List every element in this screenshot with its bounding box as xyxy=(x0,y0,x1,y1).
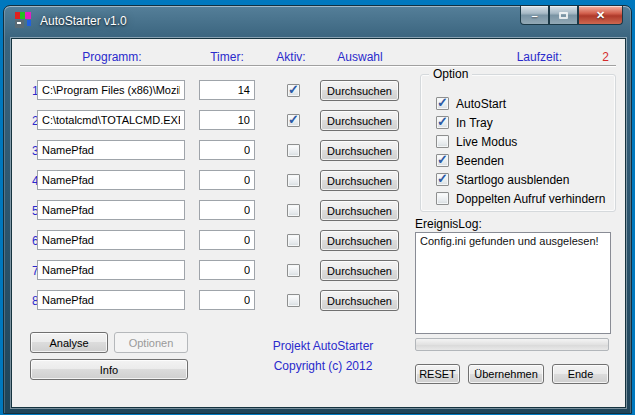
livemodus-checkbox[interactable] xyxy=(436,135,449,148)
program-path-input-8[interactable] xyxy=(37,290,185,310)
option-groupbox: Option AutoStart In Tray Live Modus Been… xyxy=(420,74,616,212)
option-label: Live Modus xyxy=(456,135,517,149)
option-label: Beenden xyxy=(456,154,504,168)
maximize-button[interactable] xyxy=(549,6,578,25)
header-laufzeit: Laufzeit: xyxy=(472,50,562,64)
active-checkbox-4[interactable] xyxy=(287,174,300,187)
close-icon: ✕ xyxy=(596,9,605,22)
app-icon xyxy=(15,12,31,28)
header-auswahl: Auswahl xyxy=(320,50,400,64)
active-checkbox-5[interactable] xyxy=(287,204,300,217)
timer-input-3[interactable] xyxy=(199,140,255,160)
option-label: In Tray xyxy=(456,116,493,130)
app-window: AutoStarter v1.0 – ✕ Programm: Timer: Ak… xyxy=(3,5,632,414)
laufzeit-value: 2 xyxy=(587,50,609,64)
program-path-input-6[interactable] xyxy=(37,230,185,250)
program-path-input-2[interactable] xyxy=(37,110,185,130)
minimize-button[interactable]: – xyxy=(520,6,549,25)
timer-input-1[interactable] xyxy=(199,80,255,100)
project-credit: Projekt AutoStarter xyxy=(243,339,403,353)
autostart-checkbox[interactable] xyxy=(436,97,449,110)
ende-button[interactable]: Ende xyxy=(552,364,609,384)
active-checkbox-1[interactable] xyxy=(287,84,300,97)
titlebar[interactable]: AutoStarter v1.0 – ✕ xyxy=(4,6,631,37)
copyright-credit: Copyright (c) 2012 xyxy=(243,359,403,373)
active-checkbox-2[interactable] xyxy=(287,114,300,127)
program-path-input-1[interactable] xyxy=(37,80,185,100)
header-timer: Timer: xyxy=(199,50,255,64)
eventlog-listbox[interactable]: Config.ini gefunden und ausgelesen! xyxy=(415,232,611,334)
client-area: Programm: Timer: Aktiv: Auswahl Laufzeit… xyxy=(11,38,626,408)
eventlog-label: EreignisLog: xyxy=(415,217,482,231)
header-aktiv: Aktiv: xyxy=(265,50,317,64)
browse-button-6[interactable]: Durchsuchen xyxy=(320,230,399,251)
browse-button-8[interactable]: Durchsuchen xyxy=(320,290,399,311)
timer-input-5[interactable] xyxy=(199,200,255,220)
timer-input-2[interactable] xyxy=(199,110,255,130)
doppelter-aufruf-checkbox[interactable] xyxy=(436,192,449,205)
header-separator xyxy=(20,65,616,67)
timer-input-7[interactable] xyxy=(199,260,255,280)
program-path-input-4[interactable] xyxy=(37,170,185,190)
timer-input-6[interactable] xyxy=(199,230,255,250)
uebernehmen-button[interactable]: Übernehmen xyxy=(468,364,544,384)
info-button[interactable]: Info xyxy=(30,359,188,380)
eventlog-entry: Config.ini gefunden und ausgelesen! xyxy=(420,235,606,247)
browse-button-2[interactable]: Durchsuchen xyxy=(320,110,399,131)
maximize-icon xyxy=(559,12,568,19)
window-controls: – ✕ xyxy=(520,6,623,26)
browse-button-3[interactable]: Durchsuchen xyxy=(320,140,399,161)
progress-bar xyxy=(415,338,609,351)
program-path-input-5[interactable] xyxy=(37,200,185,220)
browse-button-5[interactable]: Durchsuchen xyxy=(320,200,399,221)
active-checkbox-8[interactable] xyxy=(287,294,300,307)
active-checkbox-6[interactable] xyxy=(287,234,300,247)
reset-button[interactable]: RESET xyxy=(415,364,460,384)
window-title: AutoStarter v1.0 xyxy=(40,14,127,28)
timer-input-8[interactable] xyxy=(199,290,255,310)
minimize-icon: – xyxy=(531,10,537,22)
active-checkbox-3[interactable] xyxy=(287,144,300,157)
beenden-checkbox[interactable] xyxy=(436,154,449,167)
timer-input-4[interactable] xyxy=(199,170,255,190)
browse-button-4[interactable]: Durchsuchen xyxy=(320,170,399,191)
analyse-button[interactable]: Analyse xyxy=(30,332,108,353)
intray-checkbox[interactable] xyxy=(436,116,449,129)
header-programm: Programm: xyxy=(37,50,187,64)
option-label: Doppelten Aufruf verhindern xyxy=(456,192,605,206)
program-path-input-3[interactable] xyxy=(37,140,185,160)
startlogo-checkbox[interactable] xyxy=(436,173,449,186)
option-group-label: Option xyxy=(429,67,472,81)
close-button[interactable]: ✕ xyxy=(578,6,623,25)
active-checkbox-7[interactable] xyxy=(287,264,300,277)
program-path-input-7[interactable] xyxy=(37,260,185,280)
browse-button-7[interactable]: Durchsuchen xyxy=(320,260,399,281)
option-label: AutoStart xyxy=(456,97,506,111)
browse-button-1[interactable]: Durchsuchen xyxy=(320,80,399,101)
option-label: Startlogo ausblenden xyxy=(456,173,569,187)
optionen-button: Optionen xyxy=(114,332,188,353)
